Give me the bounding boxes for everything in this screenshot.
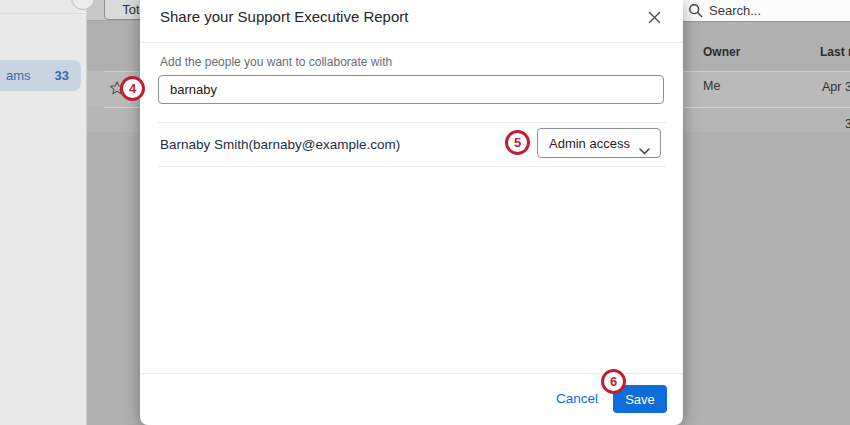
sidebar-divider [0,13,87,14]
list-divider [158,166,666,167]
cancel-button[interactable]: Cancel [556,391,598,406]
dialog-footer-divider [140,373,683,374]
search-bar [683,0,850,22]
table-cell-owner: Me [703,79,720,93]
table-cell-last-modified: Apr 30 [822,80,850,94]
dialog-title: Share your Support Executive Report [160,8,408,25]
sidebar: ams 33 [0,0,87,425]
access-level-select[interactable]: Admin access [537,128,661,158]
search-icon [688,3,704,19]
close-icon [648,11,661,24]
screen: ams 33 Total Owner Last modified Me Apr … [0,0,850,425]
access-level-value: Admin access [549,136,630,151]
sidebar-item-label: ams [6,68,31,83]
collaborator-entry: Barnaby Smith(barnaby@example.com) [160,137,400,152]
share-report-dialog: Share your Support Executive Report Add … [140,0,683,425]
annotation-step-6: 6 [601,369,626,394]
sidebar-item-teams[interactable]: ams 33 [0,60,81,91]
collaborator-search-input[interactable] [158,75,664,104]
sidebar-item-count-badge: 33 [55,68,69,83]
close-button[interactable] [642,5,666,29]
annotation-step-4: 4 [120,76,145,101]
list-divider [158,122,666,123]
annotation-step-5: 5 [505,130,530,155]
collaborators-label: Add the people you want to collaborate w… [160,55,392,69]
column-header-last-modified: Last modified [820,45,850,59]
dialog-header-divider [140,42,683,43]
column-header-owner: Owner [703,45,740,59]
chevron-down-icon [639,141,650,148]
table-cell-fragment: 3 [845,117,850,131]
search-input[interactable] [707,1,845,20]
